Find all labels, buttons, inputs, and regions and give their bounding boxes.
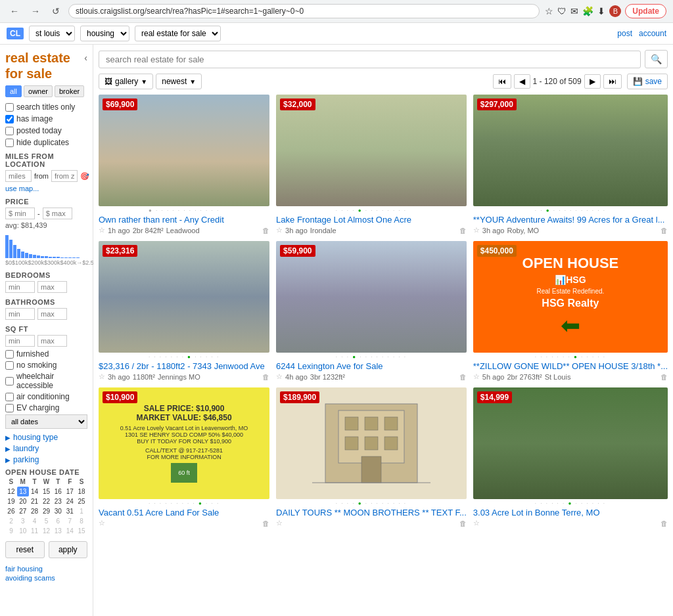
posted-today-checkbox[interactable]	[5, 127, 14, 135]
fair-housing-link[interactable]: fair housing	[5, 565, 87, 573]
cal-cell[interactable]: 6	[52, 516, 64, 526]
cal-cell[interactable]: 18	[76, 487, 87, 496]
listing-card[interactable]: $32,000 · · · · ● · · · · · · · · Lake F…	[276, 95, 467, 234]
cal-cell[interactable]: 15	[76, 526, 87, 536]
listing-card[interactable]: $189,900 · · · · ● · · · · · · · · DAILY…	[276, 387, 467, 527]
favorite-icon[interactable]: ☆	[473, 519, 480, 527]
favorite-icon[interactable]: ☆	[99, 519, 105, 527]
listing-card[interactable]: OPEN HOUSE 📊HSG Real Estate Redefined. H…	[473, 241, 668, 381]
listing-title[interactable]: 6244 Lexington Ave for Sale	[276, 361, 467, 371]
listing-card[interactable]: $297,000 · · ● · · · · · · · · · · **YOU…	[473, 95, 668, 234]
cal-cell[interactable]: 4	[29, 516, 41, 526]
cal-cell[interactable]: 11	[29, 526, 41, 536]
cal-cell[interactable]: 12	[5, 487, 17, 496]
listing-card[interactable]: $69,900 ● · · · · · · · · · · · · Own ra…	[99, 95, 269, 234]
cal-cell[interactable]: 12	[41, 526, 53, 536]
cal-cell[interactable]: 21	[29, 496, 41, 506]
extension-icon[interactable]: 🧩	[582, 6, 593, 16]
cal-cell[interactable]: 31	[64, 506, 76, 516]
account-link[interactable]: account	[639, 29, 666, 38]
cal-cell[interactable]: 24	[64, 496, 76, 506]
favorite-icon[interactable]: ☆	[276, 372, 283, 381]
ev-checkbox[interactable]	[5, 404, 14, 412]
favorite-icon[interactable]: ☆	[99, 372, 105, 381]
listing-title[interactable]: Lake Frontage Lot Almost One Acre	[276, 215, 467, 225]
listing-title[interactable]: Own rather than rent - Any Credit	[99, 215, 269, 225]
cal-cell[interactable]: 17	[64, 487, 76, 496]
cal-cell[interactable]: 13	[52, 526, 64, 536]
delete-icon[interactable]: 🗑	[459, 227, 467, 234]
filter-tab-broker[interactable]: broker	[55, 85, 84, 97]
category2-select[interactable]: real estate for sale	[135, 26, 221, 41]
newest-sort-button[interactable]: newest ▼	[156, 74, 202, 89]
favorite-icon[interactable]: ☆	[276, 226, 283, 234]
cal-cell[interactable]: 8	[76, 516, 87, 526]
miles-input[interactable]	[5, 170, 32, 182]
bed-min-input[interactable]	[5, 281, 35, 293]
cal-cell[interactable]: 7	[64, 516, 76, 526]
has-image-checkbox[interactable]	[5, 115, 14, 123]
delete-icon[interactable]: 🗑	[262, 227, 269, 234]
delete-icon[interactable]: 🗑	[661, 373, 668, 381]
listing-title[interactable]: $23,316 / 2br - 1180ft2 - 7343 Jenwood A…	[99, 361, 269, 371]
mail-icon[interactable]: ✉	[570, 6, 578, 16]
delete-icon[interactable]: 🗑	[459, 373, 467, 381]
cal-cell[interactable]: 10	[17, 526, 29, 536]
zip-input[interactable]	[51, 170, 78, 182]
cal-cell[interactable]: 27	[17, 506, 29, 516]
cal-cell[interactable]: 19	[5, 496, 17, 506]
cal-cell[interactable]: 14	[64, 526, 76, 536]
cal-cell[interactable]: 9	[5, 526, 17, 536]
reset-button[interactable]: reset	[5, 541, 45, 558]
favorite-icon[interactable]: ☆	[473, 372, 480, 381]
price-max-input[interactable]	[43, 208, 72, 219]
city-select[interactable]: st louis	[29, 26, 75, 41]
price-min-input[interactable]	[5, 208, 35, 219]
next-page-button[interactable]: ▶	[584, 74, 601, 89]
cal-cell[interactable]: 23	[52, 496, 64, 506]
no-smoking-checkbox[interactable]	[5, 361, 14, 370]
cal-cell[interactable]: 1	[76, 506, 87, 516]
cal-cell[interactable]: 3	[17, 516, 29, 526]
delete-icon[interactable]: 🗑	[262, 373, 269, 381]
post-link[interactable]: post	[617, 29, 632, 38]
hide-duplicates-checkbox[interactable]	[5, 139, 14, 147]
listing-title[interactable]: 3.03 Acre Lot in Bonne Terre, MO	[473, 508, 668, 517]
gps-icon[interactable]: 🎯	[80, 172, 89, 181]
reload-button[interactable]: ↺	[49, 5, 63, 18]
address-bar[interactable]	[68, 4, 540, 18]
cal-cell[interactable]: 25	[76, 496, 87, 506]
download-icon[interactable]: ⬇	[597, 6, 605, 16]
bookmark-icon[interactable]: ☆	[545, 6, 553, 16]
furnished-checkbox[interactable]	[5, 350, 14, 359]
housing-type-section[interactable]: ▶ housing type	[5, 433, 87, 442]
parking-section[interactable]: ▶ parking	[5, 455, 87, 464]
listing-title[interactable]: Vacant 0.51 Acre Land For Sale	[99, 508, 269, 517]
cal-cell[interactable]: 2	[5, 516, 17, 526]
save-search-button[interactable]: 💾 save	[627, 74, 668, 89]
gallery-view-button[interactable]: 🖼 gallery ▼	[99, 74, 153, 89]
bath-max-input[interactable]	[37, 308, 67, 320]
delete-icon[interactable]: 🗑	[661, 519, 668, 527]
favorite-icon[interactable]: ☆	[99, 226, 105, 234]
cal-cell-today[interactable]: 13	[17, 487, 29, 496]
wheelchair-checkbox[interactable]	[5, 377, 14, 385]
search-button[interactable]: 🔍	[645, 50, 668, 68]
cal-cell[interactable]: 14	[29, 487, 41, 496]
delete-icon[interactable]: 🗑	[459, 519, 467, 527]
cal-cell[interactable]: 5	[41, 516, 53, 526]
listing-title[interactable]: DAILY TOURS ** MOON BROTHERS ** TEXT F..…	[276, 508, 467, 517]
bed-max-input[interactable]	[37, 281, 67, 293]
cal-cell[interactable]: 29	[41, 506, 53, 516]
cal-cell[interactable]: 26	[5, 506, 17, 516]
sqft-max-input[interactable]	[37, 335, 67, 347]
prev-page-button[interactable]: ◀	[514, 74, 530, 89]
last-page-button[interactable]: ⏭	[603, 74, 622, 89]
dates-select[interactable]: all dates today last week last month	[5, 414, 87, 429]
delete-icon[interactable]: 🗑	[661, 227, 668, 234]
listing-card[interactable]: SALE PRICE: $10,900MARKET VALUE: $46,850…	[99, 387, 269, 527]
listing-title[interactable]: **ZILLOW GONE WILD** OPEN HOUSE 3/18th *…	[473, 361, 668, 371]
use-map-link[interactable]: use map...	[5, 185, 87, 192]
favorite-icon[interactable]: ☆	[473, 226, 480, 234]
search-input[interactable]	[99, 51, 641, 68]
